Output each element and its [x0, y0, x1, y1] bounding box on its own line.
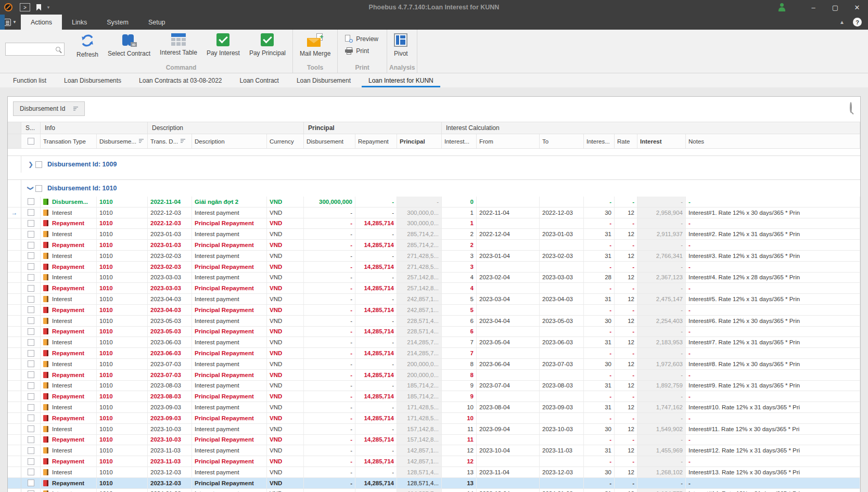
- row-checkbox[interactable]: [28, 415, 34, 421]
- help-icon[interactable]: ?: [853, 18, 862, 27]
- row-checkbox[interactable]: [28, 328, 34, 335]
- cell-sel[interactable]: [21, 337, 41, 347]
- row-checkbox[interactable]: [28, 317, 34, 324]
- table-row[interactable]: Interest10102023-02-03Interest paymentVN…: [8, 251, 860, 262]
- cell-sel[interactable]: [21, 445, 41, 456]
- table-row[interactable]: Repayment10102023-09-03Principal Repayme…: [8, 413, 860, 424]
- cell-sel[interactable]: [21, 402, 41, 412]
- cell-sel[interactable]: [21, 218, 41, 229]
- column-header-repay[interactable]: Repayment: [355, 134, 397, 148]
- pay-principal-button[interactable]: Pay Principal: [245, 30, 290, 57]
- cell-sel[interactable]: [21, 316, 41, 326]
- table-row[interactable]: Repayment10102023-03-03Principal Repayme…: [8, 283, 860, 294]
- cell-sel[interactable]: [21, 294, 41, 304]
- cell-sel[interactable]: [21, 208, 41, 218]
- refresh-button[interactable]: Refresh: [72, 30, 103, 58]
- table-row[interactable]: Interest10102023-08-03Interest paymentVN…: [8, 381, 860, 392]
- row-checkbox[interactable]: [28, 350, 34, 357]
- doc-tab-3[interactable]: Loan Contract: [231, 73, 288, 87]
- row-checkbox[interactable]: [28, 263, 34, 270]
- table-row[interactable]: Interest10102023-12-03Interest paymentVN…: [8, 467, 860, 478]
- column-header-ttype[interactable]: Transation Type: [41, 134, 97, 148]
- group-row-1[interactable]: ❯Disbursement Id: 1010: [8, 179, 860, 197]
- doc-tab-5[interactable]: Loan Interest for KUNN: [360, 73, 442, 87]
- ribbon-search-input[interactable]: [5, 43, 65, 56]
- grid-search-button[interactable]: [850, 103, 852, 112]
- cell-sel[interactable]: [21, 240, 41, 250]
- ribbon-tab-actions[interactable]: Actions: [21, 15, 62, 30]
- row-checkbox[interactable]: [28, 458, 34, 465]
- table-row[interactable]: Interest10102023-11-03Interest paymentVN…: [8, 445, 860, 456]
- interest-table-button[interactable]: Interest Table: [155, 30, 202, 56]
- column-header-desc[interactable]: Description: [192, 134, 267, 148]
- table-row[interactable]: Disbursem...10102022-11-04Giải ngân đợt …: [8, 197, 860, 208]
- cell-sel[interactable]: [21, 381, 41, 391]
- column-header-notes[interactable]: Notes: [686, 134, 860, 148]
- select-all-checkbox[interactable]: [28, 138, 34, 145]
- table-row[interactable]: Repayment10102023-08-03Principal Repayme…: [8, 391, 860, 402]
- pay-interest-button[interactable]: Pay Interest: [202, 30, 245, 57]
- table-row[interactable]: Repayment10102023-07-03Principal Repayme…: [8, 370, 860, 381]
- table-row[interactable]: Interest10102023-04-03Interest paymentVN…: [8, 294, 860, 305]
- table-row[interactable]: →Interest10102022-12-03Interest paymentV…: [8, 208, 860, 218]
- column-header-from[interactable]: From: [477, 134, 540, 148]
- column-header-disb[interactable]: Disbursement: [304, 134, 355, 148]
- row-checkbox[interactable]: [28, 242, 34, 249]
- cell-sel[interactable]: [21, 370, 41, 380]
- quick-access-caret-icon[interactable]: ▼: [46, 5, 50, 10]
- doc-tab-0[interactable]: Function list: [4, 73, 55, 87]
- column-header-tdate[interactable]: Trans. D...: [148, 134, 192, 148]
- user-icon[interactable]: [777, 3, 786, 11]
- row-checkbox[interactable]: [28, 425, 34, 432]
- table-row[interactable]: Repayment10102023-01-03Principal Repayme…: [8, 240, 860, 251]
- cell-sel[interactable]: [21, 229, 41, 239]
- column-header-period[interactable]: Interest...: [442, 134, 477, 148]
- preview-button[interactable]: Preview: [345, 35, 378, 43]
- row-checkbox[interactable]: [28, 306, 34, 313]
- select-contract-button[interactable]: ID Select Contract: [103, 30, 155, 57]
- cell-sel[interactable]: [21, 424, 41, 434]
- cell-sel[interactable]: [21, 273, 41, 283]
- table-row[interactable]: Interest10102023-01-03Interest paymentVN…: [8, 229, 860, 240]
- doc-tab-2[interactable]: Loan Contracts at 03-08-2022: [130, 73, 231, 87]
- cell-sel[interactable]: [21, 359, 41, 369]
- table-row[interactable]: Interest10102023-03-03Interest paymentVN…: [8, 273, 860, 283]
- group-checkbox[interactable]: [35, 161, 42, 168]
- mail-merge-button[interactable]: + Mail Merge: [295, 30, 335, 57]
- table-row[interactable]: Repayment10102023-06-03Principal Repayme…: [8, 348, 860, 359]
- cell-sel[interactable]: [21, 348, 41, 358]
- cell-sel[interactable]: [21, 262, 41, 272]
- doc-tab-1[interactable]: Loan Disbursements: [55, 73, 130, 87]
- row-checkbox[interactable]: [28, 360, 34, 367]
- cell-sel[interactable]: [21, 489, 41, 492]
- table-row[interactable]: Repayment10102023-11-03Principal Repayme…: [8, 456, 860, 467]
- bookmark-icon[interactable]: [36, 4, 41, 11]
- row-checkbox[interactable]: [28, 252, 34, 259]
- group-row-0[interactable]: ❯Disbursement Id: 1009: [8, 156, 860, 173]
- table-row[interactable]: Interest10102023-05-03Interest paymentVN…: [8, 316, 860, 327]
- minimize-button[interactable]: –: [802, 0, 824, 15]
- column-header-curr[interactable]: Currency: [267, 134, 304, 148]
- row-checkbox[interactable]: [28, 480, 34, 486]
- cell-sel[interactable]: [21, 305, 41, 315]
- table-row[interactable]: Repayment10102023-05-03Principal Repayme…: [8, 327, 860, 338]
- ribbon-tab-links[interactable]: Links: [62, 15, 97, 30]
- table-row[interactable]: Repayment10102022-12-03Principal Repayme…: [8, 218, 860, 229]
- ribbon-tab-system[interactable]: System: [97, 15, 138, 30]
- table-row[interactable]: Repayment10102023-12-03Principal Repayme…: [8, 478, 860, 489]
- column-header-interest[interactable]: Interest: [637, 134, 686, 148]
- row-checkbox[interactable]: [28, 198, 34, 205]
- row-checkbox[interactable]: [28, 274, 34, 281]
- table-row[interactable]: Repayment10102023-04-03Principal Repayme…: [8, 305, 860, 316]
- row-checkbox[interactable]: [28, 231, 34, 238]
- table-row[interactable]: Interest10102023-07-03Interest paymentVN…: [8, 359, 860, 370]
- column-header-rate[interactable]: Rate: [615, 134, 637, 148]
- print-button[interactable]: Print: [345, 47, 378, 55]
- expand-group-icon[interactable]: ❯: [28, 161, 33, 168]
- row-checkbox[interactable]: [28, 296, 34, 303]
- table-row[interactable]: Interest10102023-10-03Interest paymentVN…: [8, 424, 860, 435]
- close-button[interactable]: ✕: [846, 0, 868, 15]
- cell-sel[interactable]: [21, 327, 41, 337]
- cell-sel[interactable]: [21, 251, 41, 261]
- cell-sel[interactable]: [21, 283, 41, 293]
